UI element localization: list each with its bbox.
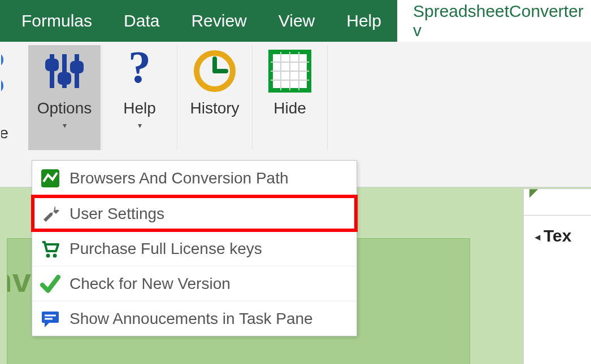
clock-icon <box>192 49 237 94</box>
tab-help[interactable]: Help <box>331 0 397 42</box>
svg-rect-22 <box>42 312 59 323</box>
history-button[interactable]: History <box>179 45 251 150</box>
tab-view[interactable]: View <box>263 0 331 42</box>
svg-point-1 <box>1 78 3 94</box>
chevron-down-icon: ▾ <box>138 121 142 130</box>
svg-point-21 <box>53 253 57 257</box>
pane-divider <box>524 215 591 216</box>
tab-spreadsheetconverter[interactable]: SpreadsheetConverter v <box>397 0 591 42</box>
chevron-down-icon: ▾ <box>63 121 67 130</box>
tab-data[interactable]: Data <box>108 0 175 42</box>
svg-rect-6 <box>60 74 69 82</box>
menu-label: Check for New Version <box>69 275 231 293</box>
menu-label: User Settings <box>69 205 164 223</box>
tab-formulas[interactable]: Formulas <box>6 0 108 42</box>
options-button[interactable]: Options ▾ <box>28 45 101 150</box>
svg-rect-7 <box>72 63 81 71</box>
grid-icon <box>267 49 312 94</box>
menu-item-check-version[interactable]: Check for New Version <box>32 266 357 301</box>
ribbon-tab-bar: Formulas Data Review View Help Spreadshe… <box>0 0 591 42</box>
options-dropdown: Browsers And Conversion Path User Settin… <box>32 160 357 336</box>
menu-item-user-settings[interactable]: User Settings <box>32 196 357 231</box>
question-icon: ? <box>117 49 162 94</box>
menu-item-browsers-conversion-path[interactable]: Browsers And Conversion Path <box>32 161 357 196</box>
settings-dots-icon <box>1 49 24 102</box>
hide-button[interactable]: Hide <box>254 45 326 150</box>
ribbon-partial-label: re <box>1 124 8 142</box>
sliders-icon <box>42 49 87 94</box>
menu-label: Browsers And Conversion Path <box>69 169 289 187</box>
menu-label: Show Annoucements in Task Pane <box>69 310 313 328</box>
worksheet-partial-text: nv <box>7 261 31 300</box>
menu-item-purchase-license[interactable]: Purchase Full License keys <box>32 231 357 266</box>
history-label: History <box>190 99 239 117</box>
hide-label: Hide <box>273 99 306 117</box>
pane-section-label[interactable]: Tex <box>535 226 571 245</box>
cart-icon <box>39 238 62 260</box>
wrench-icon <box>39 203 62 225</box>
task-pane: ◤ Tex <box>523 188 591 364</box>
ribbon-partial-left[interactable]: re <box>1 45 26 150</box>
pane-corner-mark-icon: ◤ <box>529 186 538 199</box>
help-label: Help <box>123 99 156 117</box>
svg-rect-5 <box>47 61 57 69</box>
svg-point-20 <box>46 253 50 257</box>
options-label: Options <box>37 99 92 117</box>
svg-point-0 <box>1 52 3 68</box>
menu-label: Purchase Full License keys <box>69 240 262 258</box>
menu-item-show-announcements[interactable]: Show Annoucements in Task Pane <box>32 301 357 336</box>
browsers-icon <box>39 167 62 190</box>
svg-text:?: ? <box>128 49 151 92</box>
help-button[interactable]: ? Help ▾ <box>103 45 176 150</box>
announcement-icon <box>39 308 62 330</box>
tab-review[interactable]: Review <box>175 0 262 42</box>
check-icon <box>39 273 62 295</box>
